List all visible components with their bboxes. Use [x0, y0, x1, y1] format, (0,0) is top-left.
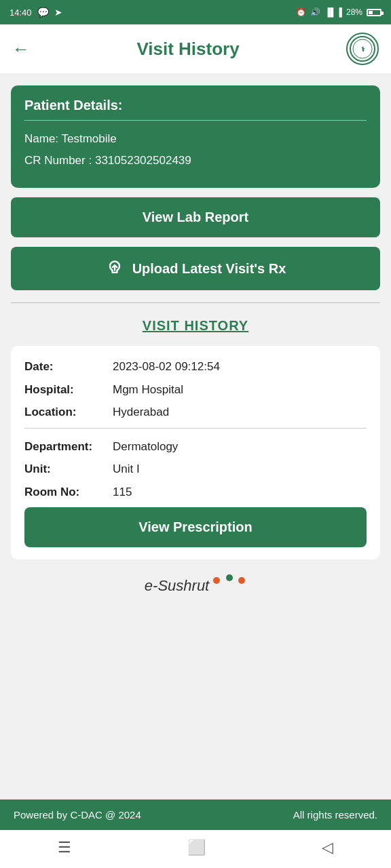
brand-dots: [212, 574, 246, 587]
patient-card-title: Patient Details:: [24, 98, 367, 113]
brand-text: e-Sushrut: [145, 577, 209, 595]
hospital-row: Hospital: Mgm Hospital: [24, 381, 367, 399]
patient-cr-line: CR Number : 331052302502439: [24, 152, 367, 170]
room-row: Room No: 115: [24, 484, 367, 501]
svg-text:⚕: ⚕: [361, 45, 365, 53]
footer-right: All rights reserved.: [293, 809, 377, 821]
battery-icon: [367, 9, 381, 16]
hospital-value: Mgm Hospital: [113, 381, 183, 399]
logo-icon: ⚕: [349, 35, 376, 62]
location-row: Location: Hyderabad: [24, 403, 367, 421]
upload-icon: [105, 259, 124, 278]
unit-value: Unit I: [113, 460, 140, 478]
time: 14:40: [10, 7, 32, 18]
date-row: Date: 2023-08-02 09:12:54: [24, 358, 367, 376]
dot-orange2: [238, 577, 245, 584]
location-icon: ➤: [54, 7, 62, 18]
visit-history-heading: VISIT HISTORY: [11, 318, 380, 334]
view-prescription-button[interactable]: View Prescription: [24, 507, 367, 547]
visit-card-divider: [24, 428, 367, 429]
status-bar: 14:40 💬 ➤ ⏰ 🔊 ▐▌▐ 28%: [0, 0, 391, 24]
battery-text: 28%: [346, 7, 362, 17]
location-label: Location:: [24, 403, 113, 421]
main-content: Patient Details: Name: Testmobile CR Num…: [0, 73, 391, 800]
name-label: Name:: [24, 132, 62, 145]
department-value: Dermatology: [113, 438, 178, 456]
date-value: 2023-08-02 09:12:54: [113, 358, 220, 376]
cr-label: CR Number :: [24, 154, 95, 167]
back-button[interactable]: ←: [12, 39, 30, 60]
hospital-label: Hospital:: [24, 381, 113, 399]
room-label: Room No:: [24, 484, 113, 501]
bottom-footer: Powered by C-DAC @ 2024 All rights reser…: [0, 800, 391, 830]
upload-rx-button[interactable]: Upload Latest Visit's Rx: [11, 247, 380, 290]
patient-name-line: Name: Testmobile: [24, 130, 367, 148]
brand-name: e-Sushrut: [145, 577, 209, 594]
patient-card-divider: [24, 120, 367, 121]
upload-rx-label: Upload Latest Visit's Rx: [132, 261, 286, 277]
dot-orange: [213, 577, 220, 584]
footer-left: Powered by C-DAC @ 2024: [14, 809, 141, 821]
dot-green: [226, 574, 233, 581]
unit-row: Unit: Unit I: [24, 460, 367, 478]
room-value: 115: [113, 484, 132, 501]
logo-circle: ⚕: [346, 33, 379, 65]
department-label: Department:: [24, 438, 113, 456]
status-left: 14:40 💬 ➤: [10, 7, 62, 18]
visit-card: Date: 2023-08-02 09:12:54 Hospital: Mgm …: [11, 346, 380, 559]
view-lab-report-button[interactable]: View Lab Report: [11, 197, 380, 237]
header: ← Visit History ⚕: [0, 24, 391, 73]
signal-icon: ▐▌▐: [324, 7, 342, 17]
whatsapp-icon: 💬: [37, 7, 49, 18]
department-row: Department: Dermatology: [24, 438, 367, 456]
unit-label: Unit:: [24, 460, 113, 478]
home-icon[interactable]: ⬜: [187, 839, 206, 856]
patient-card: Patient Details: Name: Testmobile CR Num…: [11, 85, 380, 188]
name-value: Testmobile: [62, 132, 117, 145]
page-title: Visit History: [136, 39, 239, 60]
hamburger-icon[interactable]: ☰: [58, 839, 71, 856]
cr-value: 331052302502439: [95, 154, 191, 167]
status-right: ⏰ 🔊 ▐▌▐ 28%: [296, 7, 381, 17]
alarm-icon: ⏰: [296, 7, 306, 17]
location-value: Hyderabad: [113, 403, 169, 421]
back-nav-icon[interactable]: ◁: [322, 839, 333, 856]
date-label: Date:: [24, 358, 113, 376]
brand-footer: e-Sushrut: [11, 569, 380, 599]
vol-icon: 🔊: [310, 7, 320, 17]
nav-bar: ☰ ⬜ ◁: [0, 830, 391, 868]
section-divider: [11, 302, 380, 303]
